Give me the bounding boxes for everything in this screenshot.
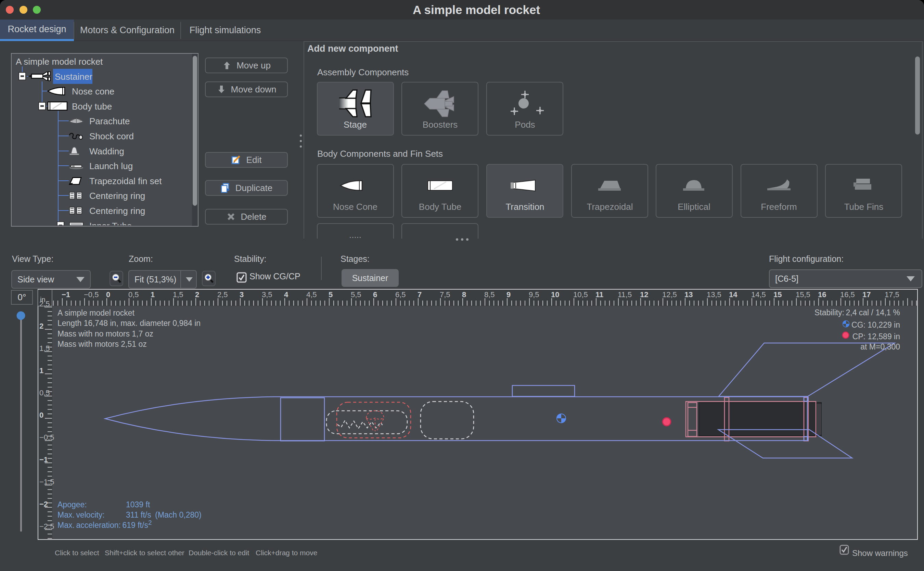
svg-text:−1,5: −1,5	[39, 478, 54, 486]
svg-text:Boosters: Boosters	[423, 119, 458, 130]
svg-text:14,5: 14,5	[751, 290, 766, 299]
svg-text:−0,5: −0,5	[39, 433, 54, 441]
svg-text:14: 14	[729, 290, 738, 299]
svg-text:Pods: Pods	[515, 119, 535, 130]
svg-text:Mass with motors 2,51 oz: Mass with motors 2,51 oz	[57, 340, 147, 349]
svg-text:Trapezoidal fin set: Trapezoidal fin set	[89, 176, 162, 186]
svg-text:16: 16	[818, 290, 826, 299]
svg-text:2: 2	[39, 322, 43, 330]
svg-text:Tube Fins: Tube Fins	[844, 202, 884, 212]
svg-text:9,5: 9,5	[529, 290, 539, 299]
svg-text:12,5: 12,5	[662, 290, 677, 299]
svg-text:7: 7	[417, 290, 422, 299]
svg-text:10,5: 10,5	[573, 290, 588, 299]
svg-text:8,5: 8,5	[484, 290, 495, 299]
svg-text:9: 9	[507, 290, 511, 299]
svg-text:2,5: 2,5	[39, 299, 50, 308]
svg-text:13,5: 13,5	[707, 290, 721, 299]
svg-text:Transition: Transition	[505, 202, 544, 212]
svg-text:3: 3	[240, 290, 244, 299]
svg-text:Stability: 2,4 cal / 14,1 %: Stability: 2,4 cal / 14,1 %	[815, 308, 900, 317]
svg-text:−1: −1	[39, 455, 48, 464]
svg-text:Nose Cone: Nose Cone	[333, 202, 377, 212]
svg-text:−1: −1	[62, 290, 70, 299]
svg-text:Freeform: Freeform	[761, 202, 797, 212]
svg-text:311 ft/s (Mach 0,280): 311 ft/s (Mach 0,280)	[126, 511, 202, 519]
svg-text:2: 2	[195, 290, 199, 299]
svg-text:−2,5: −2,5	[39, 522, 54, 531]
svg-text:2,5: 2,5	[217, 290, 228, 299]
svg-text:Inner Tube: Inner Tube	[89, 221, 132, 225]
svg-text:Trapezoidal: Trapezoidal	[587, 202, 633, 212]
svg-text:1,5: 1,5	[173, 290, 183, 299]
svg-text:.....: .....	[349, 230, 361, 239]
svg-text:−2: −2	[39, 500, 48, 508]
svg-text:4: 4	[284, 290, 288, 299]
svg-text:CG: 10,229 in: CG: 10,229 in	[852, 320, 900, 329]
svg-text:Max. velocity:: Max. velocity:	[57, 511, 105, 519]
svg-text:Body tube: Body tube	[72, 101, 112, 112]
svg-text:Centering ring: Centering ring	[89, 191, 145, 201]
svg-text:Wadding: Wadding	[89, 146, 124, 156]
svg-text:11,5: 11,5	[618, 290, 632, 299]
svg-text:at M=0,300: at M=0,300	[860, 342, 900, 351]
svg-text:17,5: 17,5	[885, 290, 899, 299]
svg-text:Nose cone: Nose cone	[72, 86, 114, 97]
svg-text:A simple model rocket: A simple model rocket	[57, 309, 135, 317]
svg-text:17: 17	[862, 290, 871, 299]
svg-text:10: 10	[551, 290, 559, 299]
svg-text:Centering ring: Centering ring	[89, 206, 145, 216]
svg-text:6,5: 6,5	[395, 290, 406, 299]
svg-text:1,5: 1,5	[39, 344, 50, 353]
svg-text:15,5: 15,5	[796, 290, 810, 299]
svg-text:1039 ft: 1039 ft	[126, 500, 150, 509]
svg-text:CP: 12,589 in: CP: 12,589 in	[853, 332, 900, 341]
svg-text:Sustainer: Sustainer	[55, 71, 92, 82]
svg-text:Max. acceleration: 619 ft/s2: Max. acceleration: 619 ft/s2	[57, 519, 152, 529]
svg-text:−0,5: −0,5	[84, 290, 99, 299]
svg-text:A simple model rocket: A simple model rocket	[16, 57, 103, 67]
svg-text:12: 12	[640, 290, 648, 299]
svg-text:Parachute: Parachute	[89, 116, 130, 126]
svg-text:Mass with no motors 1,7 oz: Mass with no motors 1,7 oz	[57, 329, 153, 338]
svg-text:8: 8	[462, 290, 466, 299]
svg-text:13: 13	[684, 290, 693, 299]
svg-text:0: 0	[39, 411, 43, 419]
svg-text:16,5: 16,5	[840, 290, 855, 299]
svg-text:0,5: 0,5	[128, 290, 139, 299]
svg-text:Body Tube: Body Tube	[419, 202, 461, 212]
svg-text:0,5: 0,5	[39, 389, 50, 397]
svg-text:Length 16,748 in, max. diamete: Length 16,748 in, max. diameter 0,984 in	[57, 319, 200, 327]
svg-text:Stage: Stage	[343, 119, 367, 130]
svg-text:5: 5	[328, 290, 333, 299]
svg-text:Launch lug: Launch lug	[89, 161, 133, 171]
svg-text:3,5: 3,5	[262, 290, 273, 299]
svg-text:Apogee:: Apogee:	[57, 500, 87, 509]
svg-text:7,5: 7,5	[440, 290, 450, 299]
svg-text:0: 0	[106, 290, 110, 299]
svg-text:5,5: 5,5	[351, 290, 361, 299]
svg-text:11: 11	[596, 290, 603, 299]
svg-text:1: 1	[39, 366, 43, 375]
svg-text:Shock cord: Shock cord	[89, 131, 134, 141]
svg-text:4,5: 4,5	[306, 290, 317, 299]
svg-text:1: 1	[151, 290, 155, 299]
svg-text:6: 6	[373, 290, 377, 299]
svg-text:Elliptical: Elliptical	[678, 202, 710, 212]
svg-text:15: 15	[773, 290, 782, 299]
